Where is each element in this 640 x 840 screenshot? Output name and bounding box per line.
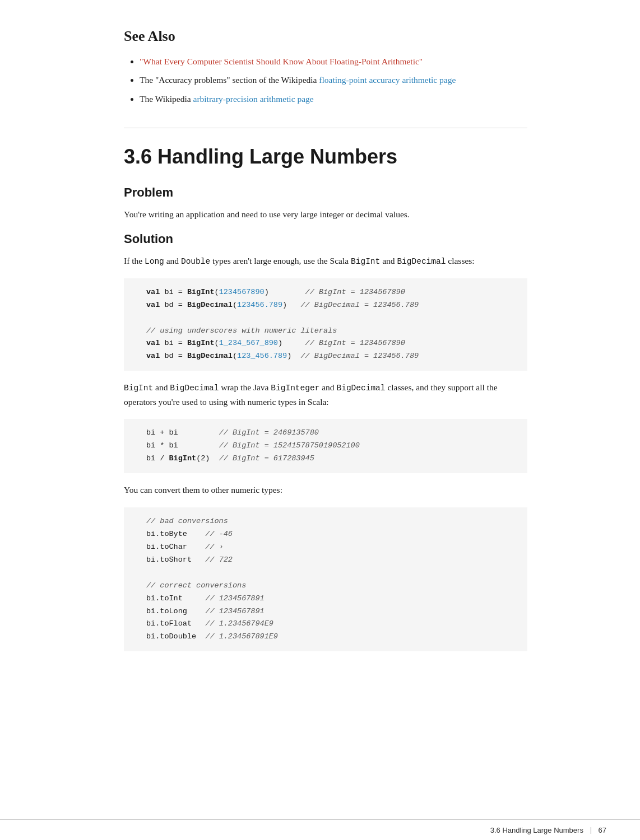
footer-section: 3.6 Handling Large Numbers [490,826,583,834]
list-item: The Wikipedia arbitrary-precision arithm… [140,92,527,105]
page-content: See Also "What Every Computer Scientist … [79,0,561,706]
see-also-heading: See Also [124,28,527,45]
see-also-list: "What Every Computer Scientist Should Kn… [124,55,527,105]
page-footer: 3.6 Handling Large Numbers | 67 [0,819,640,840]
problem-heading: Problem [124,185,527,200]
footer-separator: | [590,825,592,834]
footer-page-number: 67 [599,826,606,834]
chapter-number: 3.6 [124,145,152,168]
solution-heading: Solution [124,232,527,246]
chapter-title: Handling Large Numbers [157,145,397,168]
link-arbitrary-precision[interactable]: arbitrary-precision arithmetic page [193,94,314,104]
code-block-2: bi + bi // BigInt = 2469135780 bi * bi /… [124,419,527,473]
list-item-prefix: The "Accuracy problems" section of the W… [140,75,319,85]
list-item: "What Every Computer Scientist Should Kn… [140,55,527,68]
code-block-1: val bi = BigInt(1234567890) // BigInt = … [124,278,527,371]
code-block-3: // bad conversions bi.toByte // -46 bi.t… [124,507,527,651]
link-floating-point-article[interactable]: "What Every Computer Scientist Should Kn… [140,57,423,66]
solution-text3: You can convert them to other numeric ty… [124,483,527,497]
solution-text2: BigInt and BigDecimal wrap the Java BigI… [124,381,527,409]
chapter-heading: 3.6 Handling Large Numbers [124,128,527,169]
problem-text: You're writing an application and need t… [124,208,527,222]
link-floating-point-accuracy[interactable]: floating-point accuracy arith­metic page [319,75,456,85]
list-item-prefix: The Wikipedia [140,94,193,104]
list-item: The "Accuracy problems" section of the W… [140,73,527,86]
solution-text1: If the Long and Double types aren't larg… [124,254,527,268]
